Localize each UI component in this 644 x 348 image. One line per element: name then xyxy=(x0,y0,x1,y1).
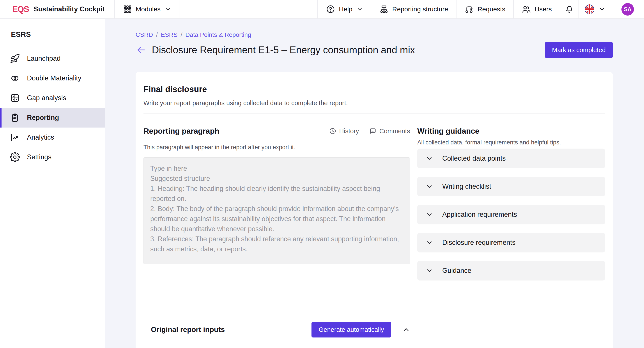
page-title: Disclosure Requirement E1-5 – Energy con… xyxy=(152,44,415,56)
reporting-paragraph-title: Reporting paragraph xyxy=(144,126,219,136)
users-button[interactable]: Users xyxy=(514,0,560,19)
accordion-disclosure-requirements[interactable]: Disclosure requirements xyxy=(417,233,605,252)
accordion-label: Collected data points xyxy=(442,155,506,162)
generate-automatically-button[interactable]: Generate automatically xyxy=(312,322,391,337)
sidebar-item-label: Gap analysis xyxy=(27,94,66,102)
arrow-left-icon xyxy=(136,45,146,55)
sidebar-item-launchpad[interactable]: Launchpad xyxy=(0,49,105,68)
chevron-down-icon xyxy=(426,155,433,162)
final-disclosure-card: Final disclosure Write your report parag… xyxy=(136,72,613,348)
notifications-button[interactable] xyxy=(560,0,578,19)
sidebar-item-label: Settings xyxy=(27,153,52,161)
breadcrumb-separator: / xyxy=(156,31,158,39)
editor-placeholder: Type in here Suggested structure 1. Head… xyxy=(150,163,403,254)
writing-guidance-section: Writing guidance All collected data, for… xyxy=(417,126,605,337)
sidebar-item-label: Reporting xyxy=(27,114,59,122)
reporting-structure-label: Reporting structure xyxy=(392,6,448,13)
gear-icon xyxy=(10,152,20,162)
quadrant-grid-icon xyxy=(10,93,20,103)
mark-as-completed-button[interactable]: Mark as completed xyxy=(545,42,613,58)
uk-flag-icon xyxy=(585,5,594,14)
top-navbar: EQS Sustainability Cockpit Modules Help … xyxy=(0,0,644,19)
chevron-down-icon xyxy=(599,6,605,13)
breadcrumb-link-data-points-reporting[interactable]: Data Points & Reporting xyxy=(185,31,251,39)
help-label: Help xyxy=(339,6,352,13)
breadcrumb-link-csrd[interactable]: CSRD xyxy=(136,31,153,39)
guidance-accordion-list: Collected data points Writing checklist … xyxy=(417,149,605,280)
modules-button[interactable]: Modules xyxy=(115,0,179,19)
final-disclosure-title: Final disclosure xyxy=(144,84,605,94)
accordion-application-requirements[interactable]: Application requirements xyxy=(417,205,605,224)
line-chart-icon xyxy=(10,132,20,142)
history-icon xyxy=(329,127,336,135)
chevron-down-icon xyxy=(426,267,433,274)
chevron-down-icon xyxy=(426,183,433,190)
page-header: Disclosure Requirement E1-5 – Energy con… xyxy=(136,42,613,58)
sidebar: ESRS Launchpad Double Materiality Gap an… xyxy=(0,19,105,348)
reporting-paragraph-section: Reporting paragraph History Comments xyxy=(144,126,410,337)
sidebar-item-double-materiality[interactable]: Double Materiality xyxy=(0,68,105,88)
help-button[interactable]: Help xyxy=(318,0,371,19)
accordion-label: Guidance xyxy=(442,267,472,275)
section-divider xyxy=(144,114,605,114)
eqs-logo: EQS xyxy=(12,5,29,14)
sidebar-item-label: Analytics xyxy=(27,133,54,141)
sidebar-item-gap-analysis[interactable]: Gap analysis xyxy=(0,88,105,108)
requests-icon xyxy=(464,5,474,14)
accordion-collected-data-points[interactable]: Collected data points xyxy=(417,149,605,168)
users-label: Users xyxy=(535,6,552,13)
language-selector[interactable] xyxy=(579,0,611,19)
writing-guidance-subtitle: All collected data, formal requirements … xyxy=(417,139,605,146)
bell-icon xyxy=(564,5,574,14)
accordion-label: Disclosure requirements xyxy=(442,239,516,246)
avatar[interactable]: SA xyxy=(622,3,634,16)
back-button[interactable] xyxy=(136,45,146,56)
clipboard-icon xyxy=(10,113,20,123)
history-label: History xyxy=(339,128,359,135)
sidebar-item-reporting[interactable]: Reporting xyxy=(0,108,105,128)
breadcrumb-separator: / xyxy=(180,31,182,39)
requests-button[interactable]: Requests xyxy=(456,0,513,19)
reporting-structure-button[interactable]: Reporting structure xyxy=(371,0,456,19)
paragraph-hint: This paragraph will appear in the report… xyxy=(144,144,410,151)
chevron-down-icon xyxy=(356,6,363,13)
chevron-down-icon xyxy=(426,211,433,218)
original-report-inputs-title: Original report inputs xyxy=(151,325,225,334)
comments-label: Comments xyxy=(380,128,410,135)
requests-label: Requests xyxy=(478,6,505,13)
paragraph-editor[interactable]: Type in here Suggested structure 1. Head… xyxy=(144,157,410,264)
double-circles-icon xyxy=(10,73,20,83)
accordion-guidance[interactable]: Guidance xyxy=(417,261,605,280)
app-title: Sustainability Cockpit xyxy=(34,5,105,13)
history-button[interactable]: History xyxy=(329,127,359,135)
sidebar-item-analytics[interactable]: Analytics xyxy=(0,128,105,147)
main-content: CSRD / ESRS / Data Points & Reporting Di… xyxy=(105,19,644,348)
chevron-down-icon xyxy=(426,239,433,246)
final-disclosure-description: Write your report paragraphs using colle… xyxy=(144,99,605,107)
help-icon xyxy=(326,5,335,14)
comment-icon xyxy=(369,127,376,135)
sidebar-item-label: Launchpad xyxy=(27,55,60,63)
sidebar-section-title: ESRS xyxy=(11,30,105,39)
chevron-down-icon xyxy=(164,6,171,13)
chevron-up-icon xyxy=(402,326,410,333)
accordion-label: Application requirements xyxy=(442,211,517,218)
writing-guidance-title: Writing guidance xyxy=(417,126,605,136)
modules-label: Modules xyxy=(136,6,160,13)
accordion-writing-checklist[interactable]: Writing checklist xyxy=(417,177,605,196)
breadcrumb: CSRD / ESRS / Data Points & Reporting xyxy=(136,31,613,39)
comments-button[interactable]: Comments xyxy=(369,127,410,135)
brand-home-link[interactable]: EQS Sustainability Cockpit xyxy=(0,0,114,19)
sitemap-icon xyxy=(379,5,389,14)
rocket-icon xyxy=(10,54,20,64)
sidebar-item-settings[interactable]: Settings xyxy=(0,147,105,167)
original-report-inputs-header: Original report inputs Generate automati… xyxy=(144,322,410,337)
accordion-label: Writing checklist xyxy=(442,183,491,190)
sidebar-item-label: Double Materiality xyxy=(27,74,81,82)
users-icon xyxy=(522,5,531,14)
breadcrumb-link-esrs[interactable]: ESRS xyxy=(161,31,178,39)
grid-icon xyxy=(123,5,132,14)
collapse-section-button[interactable] xyxy=(402,326,410,333)
